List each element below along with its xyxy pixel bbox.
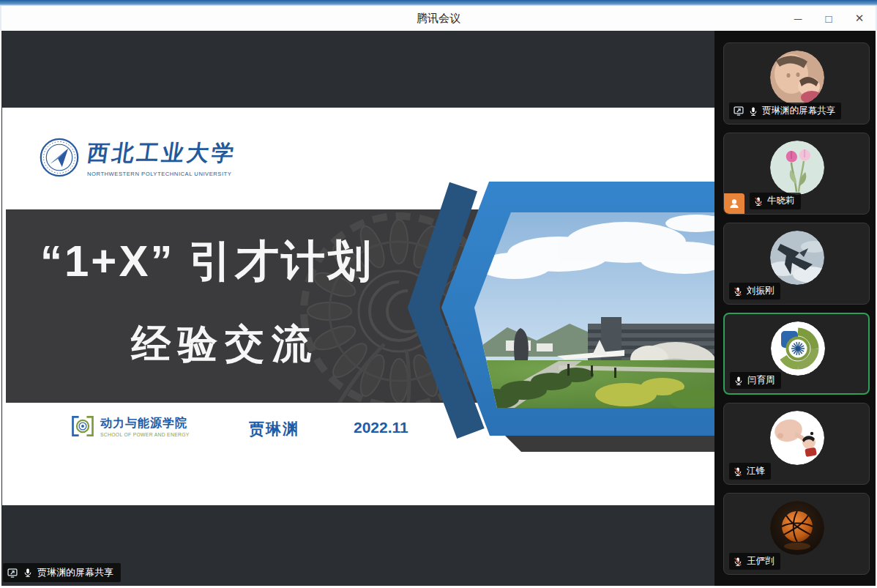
screen-share-view: 西北工业大学 NORTHWESTERN POLYTECHNICAL UNIVER…: [1, 31, 714, 586]
participant-name-pill: 王俨剀: [729, 553, 780, 570]
mic-muted-icon: [753, 196, 764, 207]
school-logo-icon: [70, 413, 96, 439]
father-baby-avatar: [770, 51, 824, 105]
university-logo-block: 西北工业大学 NORTHWESTERN POLYTECHNICAL UNIVER…: [39, 137, 236, 178]
basketball-avatar: [770, 501, 824, 555]
presentation-slide: 西北工业大学 NORTHWESTERN POLYTECHNICAL UNIVER…: [2, 108, 714, 505]
participant-name: 江锋: [747, 465, 765, 477]
participant-tile[interactable]: 王俨剀: [723, 493, 870, 575]
npu-emblem-icon: [39, 137, 80, 178]
slide-title-line2: 经验交流: [131, 318, 318, 371]
fighter-jet-avatar: [770, 231, 824, 285]
screen-share-icon: [7, 567, 18, 578]
participant-label-row: 闫育周: [725, 372, 781, 393]
participant-name-pill: 牛晓莉: [750, 193, 801, 209]
participant-name-pill: 闫育周: [730, 372, 781, 389]
chevron-drop-shadow: [505, 436, 714, 452]
mic-on-icon: [734, 375, 744, 387]
cartoon-kids-avatar: [770, 411, 824, 465]
participant-name: 刘振刚: [747, 285, 775, 297]
participant-name: 贾琳渊的屏幕共享: [762, 105, 835, 117]
participant-label-row: 贾琳渊的屏幕共享: [724, 103, 841, 124]
participant-tile[interactable]: 贾琳渊的屏幕共享: [723, 42, 870, 124]
mic-on-icon: [748, 105, 758, 117]
participant-name: 牛晓莉: [767, 195, 795, 207]
screen-share-icon: [733, 105, 744, 116]
university-name-cn: 西北工业大学: [85, 138, 239, 168]
school-name-cn: 动力与能源学院: [100, 416, 190, 431]
minimize-button[interactable]: ─: [788, 8, 808, 29]
mic-on-icon: [23, 567, 33, 578]
mic-muted-icon: [733, 466, 743, 477]
slide-date: 2022.11: [354, 419, 408, 436]
participant-tile[interactable]: 牛晓莉: [723, 133, 870, 215]
participant-name-pill: 贾琳渊的屏幕共享: [729, 103, 841, 119]
meeting-content: 西北工业大学 NORTHWESTERN POLYTECHNICAL UNIVER…: [1, 31, 876, 586]
window-controls: ─ □ ✕: [788, 6, 870, 31]
mic-muted-icon: [733, 556, 743, 567]
close-button[interactable]: ✕: [849, 8, 870, 29]
tulips-avatar: [770, 141, 824, 195]
tencent-meeting-window: 腾讯会议 ─ □ ✕: [0, 0, 877, 588]
participant-tile[interactable]: 刘振刚: [723, 223, 870, 305]
participant-label-row: 江锋: [724, 463, 771, 484]
participant-name-pill: 江锋: [729, 463, 771, 480]
school-name-en: SCHOOL OF POWER AND ENERGY: [100, 432, 190, 437]
participant-label-row: 王俨剀: [724, 553, 780, 574]
slide-title-line1: “1+X” 引才计划: [40, 232, 373, 291]
school-logo-avatar: [771, 321, 825, 376]
screen-share-status-pill: 贾琳渊的屏幕共享: [3, 563, 121, 582]
participant-name: 闫育周: [747, 374, 775, 387]
participant-name-pill: 刘振刚: [729, 283, 780, 299]
participant-tile[interactable]: 江锋: [723, 403, 870, 485]
screen-share-status-text: 贾琳渊的屏幕共享: [37, 566, 113, 579]
person-placeholder-badge: [724, 193, 744, 214]
participant-label-row: 刘振刚: [724, 283, 780, 304]
participants-sidebar: 贾琳渊的屏幕共享 牛晓莉 刘振刚 闫育周: [714, 31, 876, 586]
participant-tile-active[interactable]: 闫育周: [723, 313, 870, 395]
campus-photo: [469, 212, 714, 410]
presenter-name: 贾琳渊: [249, 419, 299, 439]
window-title: 腾讯会议: [417, 12, 460, 26]
maximize-button[interactable]: □: [818, 8, 839, 29]
window-accent-bar: [0, 0, 877, 6]
window-titlebar[interactable]: 腾讯会议 ─ □ ✕: [0, 6, 877, 31]
school-logo-block: 动力与能源学院 SCHOOL OF POWER AND ENERGY: [70, 413, 190, 439]
mic-muted-icon: [733, 286, 743, 297]
participant-label-row: 牛晓莉: [724, 193, 801, 214]
participant-name: 王俨剀: [747, 555, 775, 567]
university-name-en: NORTHWESTERN POLYTECHNICAL UNIVERSITY: [87, 171, 236, 177]
